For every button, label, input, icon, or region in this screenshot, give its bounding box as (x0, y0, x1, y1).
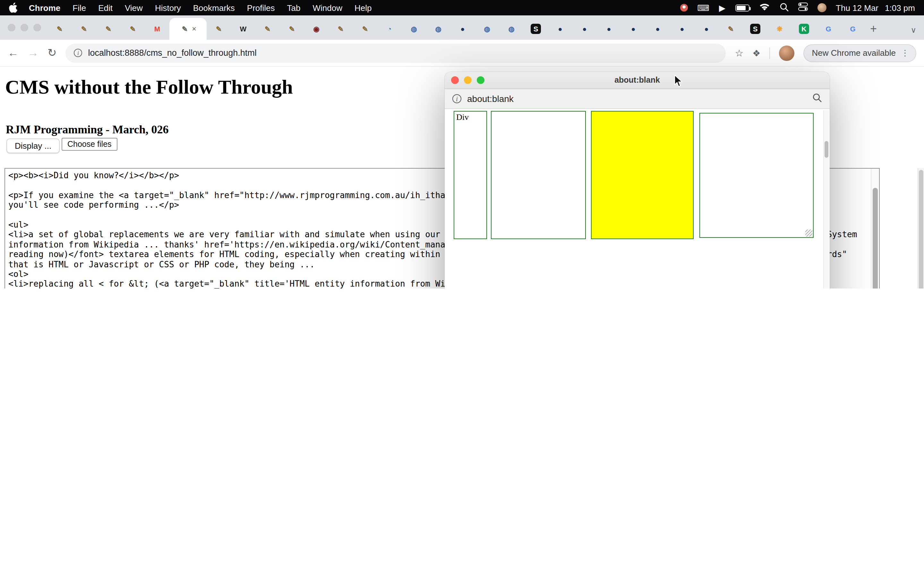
popup-vertical-scrollbar-thumb[interactable] (825, 141, 829, 158)
menu-view[interactable]: View (125, 3, 143, 13)
extensions-icon[interactable]: ❖ (752, 48, 760, 58)
zoom-icon[interactable] (813, 93, 822, 105)
tab-12[interactable]: ✎ (353, 18, 377, 40)
tab-favicon-icon: S (531, 24, 541, 34)
tab-1[interactable]: ✎ (47, 18, 72, 40)
tab-26[interactable]: ✎ (719, 18, 743, 40)
browser-menu-kebab-icon[interactable]: ⋮ (901, 48, 909, 58)
bookmark-star-icon[interactable]: ☆ (735, 47, 743, 59)
window-close-button[interactable] (8, 24, 15, 31)
tab-3[interactable]: ✎ (96, 18, 121, 40)
tab-search-chevron-icon[interactable]: ∨ (911, 26, 916, 35)
tab-globe-3[interactable]: ◍ (475, 18, 499, 40)
user-menu-icon[interactable] (817, 3, 826, 12)
div-box: Div (454, 111, 487, 239)
page-scrollbar[interactable] (918, 168, 924, 288)
tab-favicon-icon: ● (653, 24, 663, 34)
tab-site-5[interactable]: ● (621, 18, 646, 40)
popup-title-bar[interactable]: about:blank (445, 72, 830, 89)
textarea-scrollbar-thumb[interactable] (873, 188, 878, 288)
spotlight-icon[interactable] (779, 2, 788, 13)
tab-site-1[interactable]: ● (451, 18, 475, 40)
popup-close-button[interactable] (451, 76, 459, 84)
tab-6[interactable]: ✎ (207, 18, 231, 40)
menu-file[interactable]: File (73, 3, 86, 13)
tab-s-2[interactable]: S (743, 18, 767, 40)
tab-site-7[interactable]: ● (670, 18, 694, 40)
menu-bar-status-area: ⌨ ▶ Thu 12 Mar1:03 pm (680, 2, 915, 13)
tab-site-8[interactable]: ● (694, 18, 719, 40)
control-center-icon[interactable] (798, 3, 808, 13)
menu-profiles[interactable]: Profiles (247, 3, 275, 13)
tab-favicon-icon: ✎ (214, 24, 224, 34)
menu-tab[interactable]: Tab (287, 3, 300, 13)
tab-11[interactable]: ✎ (328, 18, 353, 40)
tab-globe-4[interactable]: ◍ (499, 18, 523, 40)
menu-history[interactable]: History (155, 3, 181, 13)
tab-clock[interactable]: ◔ (377, 18, 402, 40)
popup-minimize-button[interactable] (464, 76, 472, 84)
overlay-textarea[interactable] (699, 113, 814, 238)
tab-globe-2[interactable]: ◍ (426, 18, 451, 40)
menu-window[interactable]: Window (313, 3, 342, 13)
tab-favicon-icon: W (238, 24, 248, 34)
display-button[interactable]: Display ... (6, 139, 60, 153)
popup-content: Div Did you know? If you examine the Jav… (445, 109, 830, 288)
tab-favicon-icon: ✎ (180, 24, 190, 34)
tab-favicon-icon: M (152, 24, 162, 34)
tab-s-1[interactable]: S (523, 18, 548, 40)
input-source-icon[interactable]: ⌨ (698, 3, 710, 12)
chrome-update-button[interactable]: New Chrome available ⋮ (803, 44, 916, 62)
tab-target[interactable]: ◉ (304, 18, 328, 40)
battery-icon[interactable] (735, 4, 749, 11)
tab-8[interactable]: ✎ (255, 18, 280, 40)
back-button[interactable]: ← (8, 47, 19, 58)
tab-site-3[interactable]: ● (572, 18, 597, 40)
status-menu-icon[interactable] (680, 4, 688, 11)
tab-2[interactable]: ✎ (72, 18, 96, 40)
site-info-icon[interactable]: i (74, 49, 82, 57)
window-maximize-button[interactable] (33, 24, 41, 31)
popup-url-bar[interactable]: i about:blank (445, 89, 830, 109)
menu-bookmarks[interactable]: Bookmarks (193, 3, 235, 13)
tab-close-icon[interactable]: × (192, 24, 196, 33)
menu-clock[interactable]: Thu 12 Mar1:03 pm (836, 3, 915, 13)
forward-button[interactable]: → (27, 47, 39, 58)
tab-4[interactable]: ✎ (121, 18, 145, 40)
address-bar[interactable]: i localhost:8888/cms_no_follow_through.h… (66, 43, 726, 63)
tab-site-4[interactable]: ● (597, 18, 621, 40)
resize-grip-icon[interactable] (805, 229, 813, 237)
page-scrollbar-thumb[interactable] (919, 170, 923, 288)
tab-site-2[interactable]: ● (548, 18, 572, 40)
menu-bar: ChromeFileEditViewHistoryBookmarksProfil… (0, 0, 924, 15)
page-subtitle: RJM Programming - March, 026 (6, 123, 169, 137)
now-playing-icon[interactable]: ▶ (719, 3, 725, 12)
tab-globe-1[interactable]: ◍ (402, 18, 426, 40)
tab-favicon-icon: ✎ (79, 24, 89, 34)
tab-flower[interactable]: ❋ (767, 18, 792, 40)
tab-google-2[interactable]: G (841, 18, 865, 40)
tab-favicon-icon: G (823, 24, 834, 34)
popup-site-info-icon[interactable]: i (452, 94, 461, 103)
tab-active-localhost[interactable]: ✎ × (170, 18, 207, 40)
popup-maximize-button[interactable] (477, 76, 485, 84)
profile-avatar[interactable] (779, 45, 795, 61)
menu-chrome[interactable]: Chrome (29, 3, 60, 13)
choose-files-button[interactable]: Choose files (61, 138, 118, 151)
tab-gmail[interactable]: M (145, 18, 170, 40)
window-minimize-button[interactable] (21, 24, 28, 31)
menu-edit[interactable]: Edit (98, 3, 113, 13)
apple-menu-icon[interactable] (9, 3, 17, 13)
tab-9[interactable]: ✎ (280, 18, 304, 40)
new-tab-button[interactable]: + (870, 23, 877, 36)
about-blank-popup-window: about:blank i about:blank Div Did you kn… (445, 72, 830, 288)
tab-site-6[interactable]: ● (646, 18, 670, 40)
menu-help[interactable]: Help (355, 3, 372, 13)
wifi-icon[interactable] (759, 3, 770, 13)
popup-vertical-scrollbar[interactable] (823, 110, 829, 288)
tab-google-1[interactable]: G (816, 18, 841, 40)
reload-button[interactable]: ↻ (47, 47, 57, 58)
textarea-scrollbar[interactable] (871, 169, 879, 288)
tab-wikipedia[interactable]: W (231, 18, 255, 40)
tab-k[interactable]: K (792, 18, 816, 40)
